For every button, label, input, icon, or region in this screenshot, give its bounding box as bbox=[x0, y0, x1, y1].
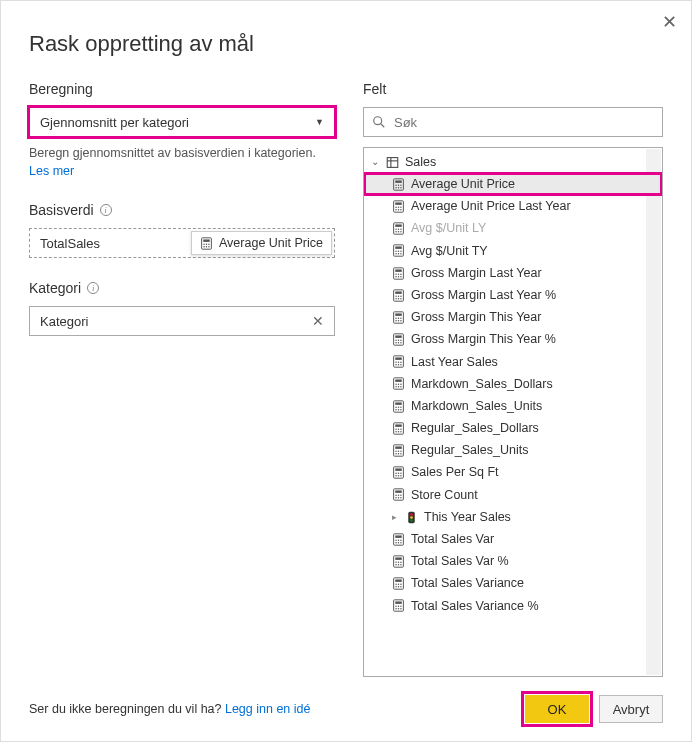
drag-chip[interactable]: Average Unit Price bbox=[191, 231, 332, 255]
suggest-idea-link[interactable]: Legg inn en idé bbox=[225, 702, 311, 716]
learn-more-link[interactable]: Les mer bbox=[29, 164, 74, 178]
svg-point-64 bbox=[398, 317, 399, 318]
tree-item[interactable]: Gross Margin Last Year % bbox=[364, 284, 662, 306]
clear-icon[interactable]: ✕ bbox=[312, 313, 324, 329]
svg-point-143 bbox=[398, 542, 399, 543]
base-value-dropzone[interactable]: TotalSales Average Unit Price bbox=[29, 228, 335, 258]
svg-point-115 bbox=[398, 453, 399, 454]
tree-item[interactable]: Gross Margin Last Year bbox=[364, 262, 662, 284]
svg-point-130 bbox=[395, 497, 396, 498]
tree-item[interactable]: Store Count bbox=[364, 484, 662, 506]
svg-point-32 bbox=[398, 229, 399, 230]
tree-item[interactable]: Markdown_Sales_Dollars bbox=[364, 373, 662, 395]
tree-item[interactable]: Gross Margin This Year bbox=[364, 306, 662, 328]
category-input[interactable]: Kategori ✕ bbox=[29, 306, 335, 336]
svg-point-147 bbox=[395, 562, 396, 563]
tree-item[interactable]: Markdown_Sales_Units bbox=[364, 395, 662, 417]
svg-point-139 bbox=[395, 539, 396, 540]
category-label: Kategori i bbox=[29, 280, 335, 296]
tree-item[interactable]: Total Sales Var bbox=[364, 528, 662, 550]
left-panel: Beregning Gjennomsnitt per kategori ▼ Be… bbox=[29, 81, 335, 677]
svg-point-26 bbox=[395, 209, 396, 210]
tree-item[interactable]: Avg $/Unit TY bbox=[364, 240, 662, 262]
calculator-icon bbox=[392, 400, 405, 413]
tree-item[interactable]: Average Unit Price bbox=[364, 173, 662, 195]
tree-item-label: Total Sales Var bbox=[411, 533, 494, 546]
calculator-icon bbox=[392, 555, 405, 568]
calculator-icon bbox=[392, 444, 405, 457]
tree-item[interactable]: Last Year Sales bbox=[364, 351, 662, 373]
scrollbar[interactable] bbox=[646, 149, 661, 675]
calculator-icon bbox=[392, 466, 405, 479]
svg-point-98 bbox=[395, 409, 396, 410]
tree-item[interactable]: Avg $/Unit LY bbox=[364, 218, 662, 240]
svg-line-9 bbox=[381, 124, 385, 128]
svg-rect-86 bbox=[395, 380, 402, 382]
svg-point-41 bbox=[400, 251, 401, 252]
svg-rect-30 bbox=[395, 225, 402, 227]
svg-point-18 bbox=[395, 187, 396, 188]
calculation-dropdown[interactable]: Gjennomsnitt per kategori ▼ bbox=[29, 107, 335, 137]
ok-button[interactable]: OK bbox=[525, 695, 589, 723]
svg-point-116 bbox=[400, 453, 401, 454]
svg-point-23 bbox=[395, 207, 396, 208]
svg-point-16 bbox=[398, 184, 399, 185]
svg-point-132 bbox=[400, 497, 401, 498]
drag-chip-label: Average Unit Price bbox=[219, 236, 323, 250]
svg-point-55 bbox=[395, 295, 396, 296]
svg-point-40 bbox=[398, 251, 399, 252]
tree-item[interactable]: Total Sales Variance bbox=[364, 573, 662, 595]
svg-rect-146 bbox=[395, 557, 402, 559]
svg-point-100 bbox=[400, 409, 401, 410]
calculator-icon bbox=[392, 599, 405, 612]
close-icon[interactable]: ✕ bbox=[662, 11, 677, 33]
fields-tree[interactable]: ⌄ Sales Average Unit PriceAverage Unit P… bbox=[363, 147, 663, 677]
tree-item-label: Average Unit Price bbox=[411, 178, 515, 191]
svg-rect-162 bbox=[395, 602, 402, 604]
tree-item[interactable]: Average Unit Price Last Year bbox=[364, 195, 662, 217]
svg-point-81 bbox=[400, 362, 401, 363]
svg-point-80 bbox=[398, 362, 399, 363]
dialog-footer: Ser du ikke beregningen du vil ha? Legg … bbox=[29, 695, 663, 723]
tree-item[interactable]: Total Sales Var % bbox=[364, 550, 662, 572]
svg-point-56 bbox=[398, 295, 399, 296]
tree-item[interactable]: Sales Per Sq Ft bbox=[364, 462, 662, 484]
tree-item-label: Regular_Sales_Units bbox=[411, 444, 528, 457]
svg-rect-138 bbox=[395, 535, 402, 537]
calculator-icon bbox=[392, 488, 405, 501]
svg-point-35 bbox=[398, 231, 399, 232]
kpi-icon bbox=[405, 511, 418, 524]
tree-item[interactable]: Regular_Sales_Dollars bbox=[364, 417, 662, 439]
info-icon[interactable]: i bbox=[100, 204, 112, 216]
calculation-selected: Gjennomsnitt per kategori bbox=[40, 115, 189, 130]
tree-item-label: Total Sales Variance bbox=[411, 577, 524, 590]
svg-point-84 bbox=[400, 364, 401, 365]
cancel-button[interactable]: Avbryt bbox=[599, 695, 663, 723]
svg-point-111 bbox=[395, 451, 396, 452]
svg-point-157 bbox=[400, 584, 401, 585]
search-box[interactable] bbox=[363, 107, 663, 137]
calculator-icon bbox=[392, 355, 405, 368]
tree-item-label: Regular_Sales_Dollars bbox=[411, 422, 539, 435]
svg-point-60 bbox=[400, 298, 401, 299]
svg-point-34 bbox=[395, 231, 396, 232]
svg-point-63 bbox=[395, 317, 396, 318]
calculation-label: Beregning bbox=[29, 81, 335, 97]
tree-item[interactable]: Total Sales Variance % bbox=[364, 595, 662, 617]
svg-point-65 bbox=[400, 317, 401, 318]
search-input[interactable] bbox=[394, 115, 654, 130]
quick-measure-dialog: ✕ Rask oppretting av mål Beregning Gjenn… bbox=[0, 0, 692, 742]
tree-item[interactable]: Regular_Sales_Units bbox=[364, 439, 662, 461]
svg-point-165 bbox=[400, 606, 401, 607]
tree-item[interactable]: ▸This Year Sales bbox=[364, 506, 662, 528]
table-icon bbox=[386, 156, 399, 169]
svg-point-15 bbox=[395, 184, 396, 185]
chevron-down-icon: ▼ bbox=[315, 117, 324, 127]
svg-point-149 bbox=[400, 562, 401, 563]
svg-point-151 bbox=[398, 564, 399, 565]
tree-table-row[interactable]: ⌄ Sales bbox=[364, 151, 662, 173]
svg-point-5 bbox=[203, 246, 204, 247]
svg-point-144 bbox=[400, 542, 401, 543]
tree-item[interactable]: Gross Margin This Year % bbox=[364, 329, 662, 351]
info-icon[interactable]: i bbox=[87, 282, 99, 294]
